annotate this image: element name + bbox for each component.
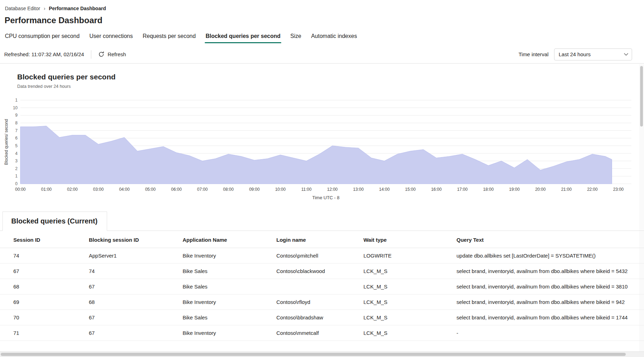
x-tick-label: 20:00 bbox=[535, 187, 546, 192]
table-cell: LOGWRITE bbox=[363, 248, 456, 264]
x-tick-label: 00:00 bbox=[15, 187, 26, 192]
table-cell: 67 bbox=[89, 310, 183, 325]
table-cell: update dbo.allbikes set [LastOrderDate] … bbox=[456, 248, 644, 264]
table-cell: Bike Sales bbox=[183, 264, 276, 279]
chart-header: Blocked queries per second Data trended … bbox=[0, 64, 644, 89]
table-cell: Contoso\bbradshaw bbox=[276, 310, 363, 325]
table-row[interactable]: 6968Bike InventoryContoso\rfloydLCK_M_Ss… bbox=[0, 294, 644, 310]
y-tick-label: 6 bbox=[15, 136, 18, 141]
table-row[interactable]: 7067Bike SalesContoso\bbradshawLCK_M_Sse… bbox=[0, 310, 644, 325]
chart-subtitle: Data trended over 24 hours bbox=[17, 84, 644, 89]
table-row[interactable]: 7167Bike InventoryContoso\mmetcalfLCK_M_… bbox=[0, 325, 644, 341]
y-tick-label: 3 bbox=[15, 158, 18, 163]
breadcrumb-item-database-editor[interactable]: Database Editor bbox=[5, 6, 40, 11]
table-cell: 67 bbox=[0, 264, 89, 279]
x-tick-label: 11:00 bbox=[301, 187, 311, 192]
x-tick-label: 21:00 bbox=[561, 187, 572, 192]
x-tick-label: 10:00 bbox=[275, 187, 285, 192]
x-tick-label: 13:00 bbox=[353, 187, 364, 192]
time-interval-label: Time interval bbox=[519, 51, 548, 57]
breadcrumb: Database Editor›Performance Dashboard bbox=[0, 0, 644, 11]
x-tick-label: 14:00 bbox=[379, 187, 390, 192]
y-tick-label: 1 bbox=[15, 174, 18, 178]
table-cell: select brand, inventoryid, availnum from… bbox=[456, 279, 644, 294]
refresh-button[interactable]: Refresh bbox=[98, 51, 126, 57]
blocked-queries-area-series bbox=[20, 126, 612, 184]
tab-user-connections[interactable]: User connections bbox=[85, 30, 137, 43]
table-container: Session IDBlocking session IDApplication… bbox=[0, 231, 644, 341]
table-cell: select brand, inventoryid, availnum from… bbox=[456, 310, 644, 325]
chevron-down-icon bbox=[624, 53, 628, 56]
table-cell: - bbox=[456, 325, 644, 341]
vertical-scrollbar-thumb[interactable] bbox=[640, 66, 643, 126]
x-axis-label: Time UTC - 8 bbox=[312, 195, 340, 200]
column-header-login-name: Login name bbox=[276, 231, 363, 248]
horizontal-scrollbar[interactable] bbox=[0, 351, 644, 357]
blocked-queries-table: Session IDBlocking session IDApplication… bbox=[0, 231, 644, 341]
x-tick-label: 08:00 bbox=[223, 187, 234, 192]
column-header-blocking-session-id: Blocking session ID bbox=[89, 231, 183, 248]
x-tick-label: 12:00 bbox=[327, 187, 337, 192]
column-header-query-text: Query Text bbox=[456, 231, 644, 248]
table-row[interactable]: 74AppServer1Bike InventoryContoso\pmitch… bbox=[0, 248, 644, 264]
table-header-row: Session IDBlocking session IDApplication… bbox=[0, 231, 644, 248]
table-cell: Contoso\rfloyd bbox=[276, 294, 363, 310]
x-tick-label: 03:00 bbox=[93, 187, 104, 192]
y-tick-label: 7 bbox=[15, 128, 18, 133]
toolbar-divider bbox=[91, 50, 91, 59]
tab-requests-per-second[interactable]: Requests per second bbox=[138, 30, 200, 43]
x-tick-label: 09:00 bbox=[249, 187, 259, 192]
table-cell: LCK_M_S bbox=[363, 294, 456, 310]
table-cell: select brand, inventoryid, availnum from… bbox=[456, 294, 644, 310]
breadcrumb-item-performance-dashboard[interactable]: Performance Dashboard bbox=[49, 6, 106, 11]
y-tick-label: 1 bbox=[15, 98, 18, 103]
table-cell: 67 bbox=[89, 279, 183, 294]
main-content: Blocked queries per second Data trended … bbox=[0, 64, 644, 351]
table-cell: 71 bbox=[0, 325, 89, 341]
toolbar: Refreshed: 11:07:32 AM, 02/16/24 Refresh… bbox=[0, 45, 644, 64]
table-cell: 68 bbox=[0, 279, 89, 294]
table-cell: 69 bbox=[0, 294, 89, 310]
breadcrumb-separator-icon: › bbox=[44, 6, 45, 11]
x-tick-label: 17:00 bbox=[457, 187, 468, 192]
table-cell: Bike Sales bbox=[183, 310, 276, 325]
table-cell: Contoso\cblackwood bbox=[276, 264, 363, 279]
table-cell: Contoso\mmetcalf bbox=[276, 325, 363, 341]
table-cell: 70 bbox=[0, 310, 89, 325]
table-cell: Bike Inventory bbox=[183, 325, 276, 341]
y-axis-label: Blocked queries/ second bbox=[4, 119, 9, 165]
tab-cpu-consumption-per-second[interactable]: CPU consumption per second bbox=[1, 30, 84, 43]
x-tick-label: 05:00 bbox=[145, 187, 156, 192]
horizontal-scrollbar-thumb[interactable] bbox=[1, 353, 626, 356]
column-header-session-id: Session ID bbox=[0, 231, 89, 248]
table-body: 74AppServer1Bike InventoryContoso\pmitch… bbox=[0, 248, 644, 341]
table-cell: Bike Inventory bbox=[183, 248, 276, 264]
x-tick-label: 18:00 bbox=[483, 187, 494, 192]
table-cell: 74 bbox=[0, 248, 89, 264]
tab-size[interactable]: Size bbox=[286, 30, 305, 43]
tab-automatic-indexes[interactable]: Automatic indexes bbox=[307, 30, 361, 43]
table-cell: 67 bbox=[89, 325, 183, 341]
tab-bar: CPU consumption per secondUser connectio… bbox=[1, 30, 644, 43]
table-cell: select brand, inventoryid, availnum from… bbox=[456, 264, 644, 279]
column-header-wait-type: Wait type bbox=[363, 231, 456, 248]
x-tick-label: 23:00 bbox=[613, 187, 624, 192]
table-cell: 68 bbox=[89, 294, 183, 310]
time-interval-dropdown[interactable]: Last 24 hours bbox=[554, 48, 632, 60]
y-tick-label: 2 bbox=[15, 166, 18, 171]
column-header-application-name: Application Name bbox=[183, 231, 276, 248]
table-cell bbox=[276, 279, 363, 294]
time-interval-value: Last 24 hours bbox=[559, 51, 591, 57]
table-title: Blocked queries (Current) bbox=[2, 212, 107, 231]
refresh-label: Refresh bbox=[107, 51, 126, 57]
area-chart-canvas: 012345678910100:0001:0002:0003:0004:0005… bbox=[4, 95, 635, 204]
table-row[interactable]: 6867Bike SalesLCK_M_Sselect brand, inven… bbox=[0, 279, 644, 294]
refreshed-timestamp: Refreshed: 11:07:32 AM, 02/16/24 bbox=[4, 51, 84, 57]
table-row[interactable]: 6774Bike SalesContoso\cblackwoodLCK_M_Ss… bbox=[0, 264, 644, 279]
y-tick-label: 4 bbox=[15, 151, 18, 156]
performance-dashboard-page: { "breadcrumb": { "separator": "›", "ite… bbox=[0, 0, 644, 357]
refresh-icon bbox=[98, 51, 104, 57]
tab-blocked-queries-per-second[interactable]: Blocked queries per second bbox=[201, 30, 284, 43]
table-cell: LCK_M_S bbox=[363, 264, 456, 279]
y-tick-label: 5 bbox=[15, 143, 18, 148]
